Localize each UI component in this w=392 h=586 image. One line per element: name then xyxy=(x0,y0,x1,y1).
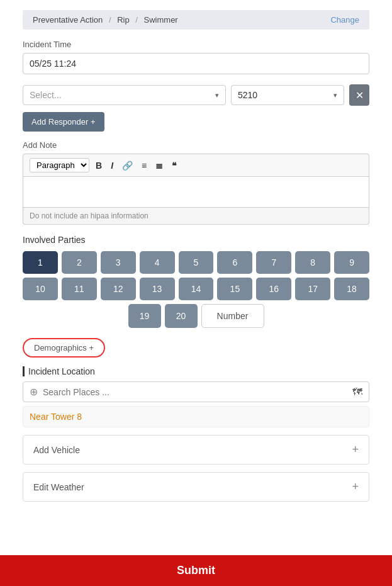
note-format-select[interactable]: Paragraph xyxy=(30,158,89,172)
add-vehicle-label: Add Vehicle xyxy=(33,445,80,455)
blockquote-button[interactable]: ❝ xyxy=(169,159,179,172)
responder-row: Select... ▾ 5210 ▾ ✕ xyxy=(23,84,369,106)
party-btn-5[interactable]: 5 xyxy=(179,251,214,274)
breadcrumb-change-link[interactable]: Change xyxy=(330,15,359,25)
add-vehicle-plus-icon: + xyxy=(352,443,359,456)
party-btn-3[interactable]: 3 xyxy=(101,251,136,274)
party-btn-17[interactable]: 17 xyxy=(295,278,330,300)
location-result: Near Tower 8 xyxy=(23,406,369,427)
breadcrumb-text: Preventative Action / Rip / Swimmer xyxy=(33,15,178,25)
responder-select-arrow-icon: ▾ xyxy=(215,91,219,99)
party-btn-20[interactable]: 20 xyxy=(165,304,198,328)
edit-weather-header[interactable]: Edit Weather + xyxy=(23,473,369,501)
involved-parties-row2: 10 11 12 13 14 15 16 17 18 xyxy=(23,278,369,300)
party-btn-8[interactable]: 8 xyxy=(295,251,330,274)
involved-parties-row1: 1 2 3 4 5 6 7 8 9 xyxy=(23,251,369,274)
party-btn-18[interactable]: 18 xyxy=(334,278,369,300)
add-note-label: Add Note xyxy=(23,140,369,150)
map-icon[interactable]: 🗺 xyxy=(352,386,362,398)
breadcrumb-part-3: Swimmer xyxy=(144,15,178,25)
party-btn-7[interactable]: 7 xyxy=(256,251,291,274)
incident-time-label: Incident Time xyxy=(23,40,369,49)
breadcrumb-sep-1: / xyxy=(109,15,113,25)
party-btn-14[interactable]: 14 xyxy=(179,278,214,300)
ordered-list-button[interactable]: ≣ xyxy=(153,159,165,172)
involved-parties-label: Involved Parties xyxy=(23,235,369,245)
responder-number-select[interactable]: 5210 ▾ xyxy=(231,85,344,105)
submit-bar: Submit xyxy=(0,555,392,586)
demographics-button[interactable]: Demographics + xyxy=(23,338,105,358)
party-btn-16[interactable]: 16 xyxy=(256,278,291,300)
party-btn-10[interactable]: 10 xyxy=(23,278,58,300)
party-btn-15[interactable]: 15 xyxy=(217,278,252,300)
add-responder-button[interactable]: Add Responder + xyxy=(23,112,104,132)
party-btn-12[interactable]: 12 xyxy=(101,278,136,300)
edit-weather-label: Edit Weather xyxy=(33,482,84,492)
responder-number-arrow-icon: ▾ xyxy=(333,91,337,99)
party-btn-6[interactable]: 6 xyxy=(217,251,252,274)
location-target-icon: ⊕ xyxy=(30,386,38,398)
note-toolbar: Paragraph B I 🔗 ≡ ≣ ❝ xyxy=(23,154,369,176)
party-btn-1[interactable]: 1 xyxy=(23,251,58,274)
location-search-input[interactable] xyxy=(43,387,347,397)
remove-responder-button[interactable]: ✕ xyxy=(349,84,369,106)
breadcrumb-part-2: Rip xyxy=(117,15,130,25)
bold-button[interactable]: B xyxy=(93,159,104,172)
party-btn-13[interactable]: 13 xyxy=(140,278,175,300)
party-btn-11[interactable]: 11 xyxy=(62,278,97,300)
location-search-row: ⊕ 🗺 xyxy=(23,381,369,402)
party-btn-2[interactable]: 2 xyxy=(62,251,97,274)
edit-weather-section: Edit Weather + xyxy=(23,472,369,502)
party-btn-number[interactable]: Number xyxy=(201,304,264,328)
breadcrumb-part-1: Preventative Action xyxy=(33,15,103,25)
submit-button[interactable]: Submit xyxy=(9,564,383,577)
responder-select[interactable]: Select... ▾ xyxy=(23,85,226,105)
party-btn-4[interactable]: 4 xyxy=(140,251,175,274)
incident-location-label: Incident Location xyxy=(23,366,369,376)
add-vehicle-header[interactable]: Add Vehicle + xyxy=(23,436,369,464)
party-btn-9[interactable]: 9 xyxy=(334,251,369,274)
breadcrumb: Preventative Action / Rip / Swimmer Chan… xyxy=(23,10,369,30)
italic-button[interactable]: I xyxy=(108,159,116,172)
note-editor[interactable] xyxy=(23,176,369,208)
edit-weather-plus-icon: + xyxy=(352,480,359,493)
party-btn-19[interactable]: 19 xyxy=(128,304,161,328)
incident-time-input[interactable] xyxy=(23,53,369,74)
responder-number-value: 5210 xyxy=(238,90,333,100)
unordered-list-button[interactable]: ≡ xyxy=(139,159,149,172)
note-hint: Do not include an hipaa information xyxy=(23,208,369,225)
add-vehicle-section: Add Vehicle + xyxy=(23,435,369,465)
involved-parties-row3: 19 20 Number xyxy=(23,304,369,328)
breadcrumb-sep-2: / xyxy=(135,15,140,25)
responder-select-value: Select... xyxy=(30,90,215,100)
link-button[interactable]: 🔗 xyxy=(120,159,135,172)
